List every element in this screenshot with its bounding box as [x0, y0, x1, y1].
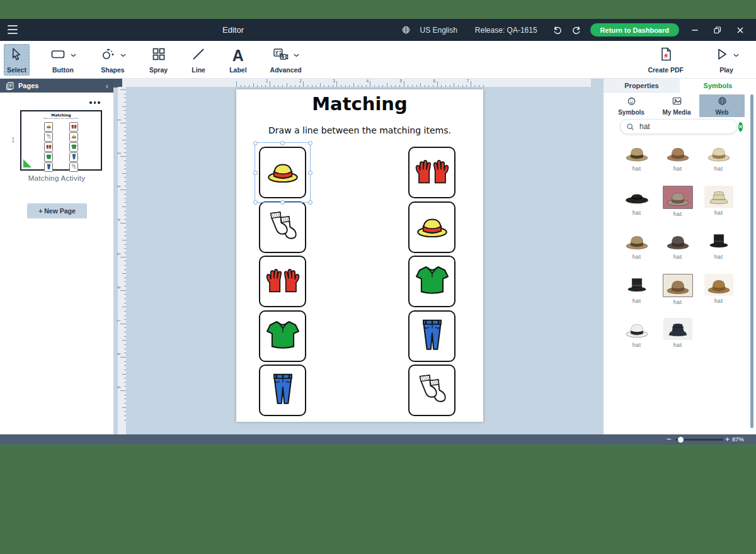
ruler-tick [124, 332, 127, 332]
return-to-dashboard-button[interactable]: Return to Dashboard [590, 23, 679, 37]
tool-label[interactable]: ALabel [226, 44, 249, 76]
undo-icon[interactable] [553, 25, 563, 35]
chevron-down-icon[interactable] [733, 54, 739, 57]
symbol-result-tan-fedora-band[interactable]: hat [622, 230, 651, 274]
ruler-tick [124, 298, 127, 299]
ruler-tick [122, 407, 126, 408]
symbol-result-brown-trilby[interactable]: hat [663, 230, 692, 274]
zoom-out-icon[interactable]: − [667, 434, 672, 444]
zoom-in-icon[interactable]: + [725, 434, 730, 444]
language-label[interactable]: US English [420, 26, 457, 35]
selection-handle[interactable] [308, 141, 312, 145]
source-tab-symbols[interactable]: Symbols [609, 94, 654, 117]
ruler-tick [278, 85, 278, 88]
match-item-left-jeans[interactable] [259, 365, 306, 416]
chevron-down-icon[interactable] [71, 54, 76, 57]
result-label: hat [673, 299, 682, 305]
tool-shapes[interactable]: Shapes [96, 44, 129, 76]
redo-icon[interactable] [571, 25, 581, 35]
hamburger-menu-icon[interactable] [8, 25, 18, 34]
symbol-result-tan-fedora[interactable]: hat [622, 142, 651, 186]
gloves-image [265, 262, 301, 301]
tab-symbols[interactable]: Symbols [680, 79, 756, 93]
selection-handle[interactable] [253, 171, 258, 175]
tool-create-pdf[interactable]: Create PDF [644, 44, 687, 76]
restore-window-icon[interactable] [711, 23, 724, 37]
source-tab-my-media[interactable]: My Media [654, 94, 699, 117]
symbol-results-grid: hathathathathathathathathathathathathath… [616, 142, 742, 362]
worksheet-title[interactable]: Matching [236, 93, 483, 115]
ruler-tick [120, 123, 126, 123]
selection-handle[interactable] [280, 141, 285, 145]
worksheet-page[interactable]: Matching Draw a line between the matchin… [236, 89, 483, 422]
h-ruler-number: 7 [467, 79, 469, 83]
hat-image [622, 142, 651, 164]
result-label: hat [633, 166, 641, 172]
ruler-tick [124, 281, 127, 282]
match-item-left-hat[interactable] [259, 147, 306, 198]
symbol-result-brown-fedora[interactable]: hat [663, 142, 692, 186]
selection-handle[interactable] [253, 200, 258, 205]
thumb-mini-jeans [44, 162, 53, 172]
editor-canvas[interactable]: 1234567 123456789 Matching Draw a line b… [113, 79, 604, 434]
thumb-mini-jeans [69, 152, 78, 162]
tool-select[interactable]: Select [4, 44, 30, 76]
match-item-right-socks[interactable] [408, 365, 455, 416]
hat-image [704, 274, 733, 296]
selection-handle[interactable] [308, 200, 312, 205]
tool-line[interactable]: Line [188, 44, 209, 76]
match-item-left-gloves[interactable] [259, 256, 306, 307]
symbol-result-framed-gray-fedora[interactable]: hat [663, 186, 693, 230]
page-options-menu-icon[interactable] [89, 101, 100, 104]
ruler-tick [425, 85, 425, 88]
selection-handle[interactable] [253, 141, 258, 145]
symbol-result-framed-brown-fedora[interactable]: hat [663, 274, 693, 318]
match-item-right-hat[interactable] [408, 201, 455, 253]
search-icon [626, 123, 634, 131]
pdf-icon [658, 47, 673, 64]
tool-button[interactable]: Button [47, 44, 79, 76]
worksheet-instruction[interactable]: Draw a line between the matching items. [236, 125, 483, 135]
symbol-result-cream-bucket[interactable]: hat [704, 186, 733, 230]
tool-spray[interactable]: Spray [146, 44, 171, 76]
page-thumbnail[interactable]: Matching Draw a line between the matchin… [20, 110, 102, 171]
new-page-button[interactable]: + New Page [27, 203, 87, 218]
symbol-result-white-fedora[interactable]: hat [622, 318, 651, 362]
ruler-tick [124, 311, 127, 312]
symbol-result-brown-fedora-light[interactable]: hat [704, 274, 733, 318]
ruler-tick [124, 265, 127, 266]
zoom-slider-thumb[interactable] [678, 437, 684, 443]
ruler-tick [124, 131, 127, 132]
match-column-right [408, 147, 455, 416]
ruler-tick [124, 361, 127, 362]
symbol-result-black-top-2[interactable]: hat [622, 274, 651, 318]
clear-search-icon[interactable]: ✕ [738, 122, 743, 132]
match-item-right-jeans[interactable] [408, 310, 455, 362]
tool-advanced[interactable]: Advanced [267, 44, 305, 76]
ruler-tick [124, 327, 127, 328]
match-item-left-shirt[interactable] [259, 310, 306, 362]
minimize-icon[interactable] [688, 23, 702, 37]
collapse-panel-icon[interactable]: ‹ [106, 81, 108, 91]
symbol-result-black-flat[interactable]: hat [622, 186, 651, 230]
symbol-result-navy-bucket[interactable]: hat [663, 318, 692, 362]
ruler-tick [236, 81, 237, 87]
close-icon[interactable] [733, 23, 747, 37]
panel-scrollbar[interactable] [750, 94, 753, 428]
result-label: hat [673, 342, 682, 348]
chevron-down-icon[interactable] [120, 54, 126, 57]
tab-properties[interactable]: Properties [604, 79, 680, 93]
source-tab-web[interactable]: Web [699, 94, 745, 117]
match-item-left-socks[interactable] [259, 201, 306, 253]
chevron-down-icon[interactable] [294, 54, 299, 57]
symbol-result-cream-fedora[interactable]: hat [704, 142, 733, 186]
symbol-result-black-top[interactable]: hat [704, 230, 733, 274]
search-input[interactable] [638, 122, 738, 132]
tool-play[interactable]: Play [711, 44, 742, 76]
match-item-right-shirt[interactable] [408, 256, 455, 307]
jeans-image [265, 371, 301, 410]
match-item-right-gloves[interactable] [408, 147, 455, 198]
ruler-tick [274, 85, 275, 88]
thumb-mini-socks [69, 162, 78, 172]
selection-handle[interactable] [308, 171, 312, 175]
